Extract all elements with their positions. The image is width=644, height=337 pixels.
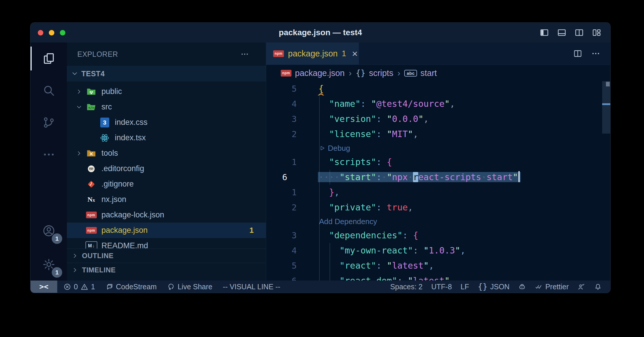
code-editor[interactable]: 5{^4 "name": "@test4/source",3 "version"… — [266, 81, 610, 281]
file-row--editorconfig[interactable]: .editorconfig — [67, 161, 266, 176]
breadcrumb-item-scripts[interactable]: {}scripts — [356, 68, 393, 78]
section-timeline[interactable]: TIMELINE — [67, 263, 266, 277]
line-number-current: 6 — [266, 170, 304, 185]
status-language-mode[interactable]: {}JSON — [473, 281, 514, 293]
project-root-row[interactable]: TEST4 — [67, 66, 266, 81]
status-problems[interactable]: 01 — [59, 281, 99, 293]
layout-sidebar-right-icon[interactable] — [574, 28, 584, 38]
breadcrumb-item-package-json[interactable]: npmpackage.json — [281, 68, 345, 78]
status-formatter[interactable]: Prettier — [530, 281, 573, 293]
activity-accounts[interactable]: 1 — [31, 215, 67, 247]
vim-block-cursor: r — [413, 172, 418, 182]
codestream-icon — [105, 283, 113, 291]
section-outline[interactable]: OUTLINE — [67, 249, 266, 263]
layout-panel-icon[interactable] — [557, 28, 567, 38]
layout-sidebar-icon[interactable] — [539, 28, 549, 38]
more-actions-button[interactable] — [591, 49, 600, 58]
markdown-icon: M↓ — [85, 241, 97, 249]
remote-icon: >< — [39, 282, 48, 291]
token: "license" — [329, 129, 376, 139]
activity-settings[interactable]: 1 — [31, 249, 67, 281]
token: " — [387, 114, 392, 124]
code-line[interactable]: 2 "private": true, — [266, 200, 610, 215]
code-line[interactable]: 2 "license": "MIT", — [266, 127, 610, 142]
status-live-share[interactable]: Live Share — [163, 281, 217, 293]
file-row-src[interactable]: </>src — [67, 99, 266, 115]
debug-play-icon — [319, 145, 325, 151]
code-line[interactable]: 6 "react-dom": "latest", — [266, 273, 610, 281]
file-row-package-json[interactable]: npmpackage.json1 — [67, 223, 266, 238]
token: " — [387, 172, 392, 182]
split-editor-button[interactable] — [573, 49, 582, 58]
bell-icon — [594, 283, 602, 291]
editor-actions — [573, 42, 610, 65]
line-number: 2 — [266, 127, 304, 142]
status-copilot[interactable] — [514, 281, 530, 293]
npm-icon: npm — [281, 70, 291, 77]
prettier-icon — [535, 283, 543, 291]
scrollbar-thumb[interactable] — [602, 81, 610, 134]
code-line[interactable]: 1 }, — [266, 185, 610, 200]
token: " — [423, 260, 429, 271]
file-row-nx-json[interactable]: Nxnx.json — [67, 192, 266, 207]
status-feedback[interactable] — [573, 281, 590, 293]
token — [319, 99, 329, 109]
status-notifications[interactable] — [590, 281, 606, 293]
file-row-public[interactable]: public — [67, 84, 266, 99]
activity-source-control[interactable] — [31, 107, 67, 139]
feedback-icon — [577, 283, 585, 291]
code-line[interactable]: 3 "dependencies": { — [266, 228, 610, 243]
error-icon — [63, 283, 71, 291]
symbol-string-icon: abc — [404, 70, 417, 77]
file-label: package-lock.json — [101, 210, 164, 219]
file-row-index-css[interactable]: 3index.css — [67, 115, 266, 130]
explorer-more-actions-button[interactable] — [240, 50, 249, 58]
codelens-label: Add Dependency — [319, 215, 377, 228]
source-control-icon — [42, 116, 56, 129]
badge: 1 — [52, 233, 62, 244]
status-label: Prettier — [545, 283, 569, 291]
code-line[interactable]: 5 "react": "latest", — [266, 258, 610, 273]
tab-package-json[interactable]: npm package.json 1 × — [266, 42, 359, 65]
status-codestream[interactable]: CodeStream — [101, 281, 161, 293]
status-indentation[interactable]: Spaces: 2 — [386, 281, 427, 293]
file-label: .gitignore — [101, 180, 134, 189]
code-line[interactable]: 6····"start":·"npx·react-scripts·start" — [266, 170, 610, 185]
code-line[interactable]: 5{^ — [266, 81, 610, 96]
token: , — [334, 187, 339, 197]
status-encoding[interactable]: UTF-8 — [427, 281, 456, 293]
code-line[interactable]: 1 "scripts": { — [266, 155, 610, 170]
file-row-tools[interactable]: tools — [67, 146, 266, 161]
file-row-readme-md[interactable]: M↓README.md — [67, 238, 266, 249]
chevron-down-icon — [71, 70, 78, 77]
activity-search[interactable] — [31, 75, 67, 107]
code-line[interactable]: 3 "version": "0.0.0", — [266, 111, 610, 127]
codelens-debug[interactable]: Debug — [266, 142, 610, 155]
token: "react" — [339, 260, 376, 271]
code-line[interactable]: 4 "name": "@test4/source", — [266, 96, 610, 111]
breadcrumb-label: package.json — [295, 68, 345, 78]
file-row-package-lock-json[interactable]: npmpackage-lock.json — [67, 207, 266, 223]
activity-explorer[interactable] — [31, 42, 67, 75]
status-eol[interactable]: LF — [456, 281, 473, 293]
file-row--gitignore[interactable]: .gitignore — [67, 176, 266, 192]
section-label: OUTLINE — [82, 252, 114, 260]
close-icon[interactable]: × — [352, 49, 358, 58]
activity-more-views[interactable] — [31, 139, 67, 171]
file-row-index-tsx[interactable]: index.tsx — [67, 130, 266, 146]
code-line[interactable]: 4 "my-own-react": "1.0.3", — [266, 243, 610, 258]
folder-public-icon — [86, 86, 96, 97]
breadcrumb-item-start[interactable]: abcstart — [404, 68, 437, 78]
codelens-add-dependency[interactable]: Add Dependency — [266, 215, 610, 228]
status-remote-indicator[interactable]: >< — [31, 281, 57, 293]
section-label: TIMELINE — [82, 266, 116, 274]
layout-customize-icon[interactable] — [592, 28, 602, 38]
token: npx — [392, 172, 408, 182]
token: : — [397, 276, 408, 281]
scrollbar[interactable] — [602, 81, 610, 281]
overview-ruler-marker — [606, 82, 610, 86]
chevron-right-icon — [71, 267, 78, 274]
sidebar-sections: OUTLINETIMELINE — [67, 249, 266, 281]
status-vim-mode[interactable]: -- VISUAL LINE -- — [219, 281, 285, 293]
overview-ruler-selection-marker — [602, 103, 610, 105]
